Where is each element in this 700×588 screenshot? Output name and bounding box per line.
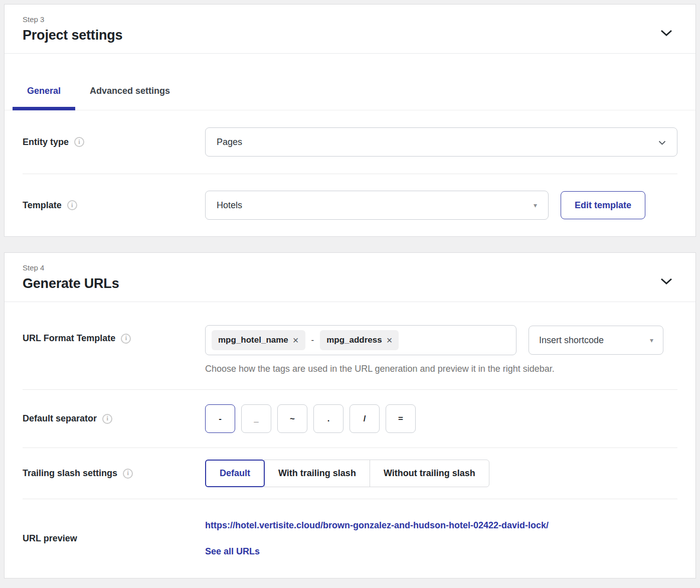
- chevron-down-icon: [660, 31, 672, 38]
- preview-url-link[interactable]: https://hotel.vertisite.cloud/brown-gonz…: [205, 520, 549, 531]
- info-icon[interactable]: i: [123, 469, 133, 479]
- chevron-down-icon: [660, 279, 672, 286]
- entity-type-row: Entity type i Pages: [23, 110, 677, 174]
- generate-urls-header: Step 4 Generate URLs: [5, 253, 695, 302]
- entity-type-value: Pages: [217, 137, 658, 148]
- tab-advanced-settings[interactable]: Advanced settings: [75, 76, 185, 110]
- separator-option-slash[interactable]: /: [349, 404, 380, 433]
- settings-tabs: General Advanced settings: [5, 76, 695, 110]
- edit-template-button[interactable]: Edit template: [561, 191, 645, 219]
- collapse-section-button[interactable]: [658, 276, 674, 287]
- tag-chip-label: mpg_hotel_name: [218, 335, 288, 345]
- separator-options: - _ ~ . / =: [205, 404, 416, 433]
- template-value: Hotels: [217, 200, 534, 211]
- page-title: Project settings: [23, 28, 677, 43]
- chevron-down-icon: [658, 137, 666, 148]
- trailing-slash-options: Default With trailing slash Without trai…: [205, 460, 489, 487]
- info-icon[interactable]: i: [67, 200, 77, 210]
- template-label: Template: [23, 200, 62, 211]
- template-label-group: Template i: [23, 200, 205, 211]
- url-preview-label: URL preview: [23, 533, 77, 544]
- separator-option-underscore[interactable]: _: [241, 404, 271, 433]
- trailing-slash-label-group: Trailing slash settings i: [23, 468, 205, 479]
- url-format-label-group: URL Format Template i: [23, 325, 205, 344]
- separator-option-dot[interactable]: .: [313, 404, 343, 433]
- trailing-slash-option-default[interactable]: Default: [205, 460, 265, 487]
- info-icon[interactable]: i: [102, 414, 112, 424]
- page-title: Generate URLs: [23, 276, 677, 291]
- url-format-row: URL Format Template i mpg_hotel_name × -…: [23, 302, 677, 389]
- tag-chip: mpg_hotel_name ×: [212, 330, 305, 350]
- url-preview-row: URL preview https://hotel.vertisite.clou…: [23, 499, 677, 578]
- trailing-slash-row: Trailing slash settings i Default With t…: [23, 448, 677, 499]
- url-format-fields: mpg_hotel_name × - mpg_address × Insert …: [205, 325, 677, 374]
- triangle-down-icon: ▾: [534, 202, 537, 209]
- step-label: Step 4: [23, 263, 677, 272]
- entity-type-label: Entity type: [23, 137, 69, 148]
- trailing-slash-option-with[interactable]: With trailing slash: [264, 460, 370, 487]
- tag-chip: mpg_address ×: [320, 330, 399, 350]
- separator-option-hyphen[interactable]: -: [205, 404, 235, 433]
- insert-shortcode-dropdown[interactable]: Insert shortcode ▾: [529, 326, 663, 355]
- trailing-slash-option-without[interactable]: Without trailing slash: [370, 460, 489, 487]
- tab-general[interactable]: General: [13, 76, 75, 110]
- url-preview-label-group: URL preview: [23, 533, 205, 544]
- project-settings-header: Step 3 Project settings: [5, 5, 695, 54]
- separator-option-equals[interactable]: =: [386, 404, 416, 433]
- remove-tag-icon[interactable]: ×: [293, 335, 299, 345]
- default-separator-row: Default separator i - _ ~ . / =: [23, 390, 677, 448]
- see-all-urls-link[interactable]: See all URLs: [205, 546, 549, 557]
- info-icon[interactable]: i: [74, 137, 84, 147]
- default-separator-label-group: Default separator i: [23, 413, 205, 424]
- url-format-label: URL Format Template: [23, 333, 115, 344]
- project-settings-card: Step 3 Project settings General Advanced…: [4, 4, 696, 237]
- tag-chip-label: mpg_address: [326, 335, 382, 345]
- collapse-section-button[interactable]: [658, 28, 674, 39]
- generate-urls-card: Step 4 Generate URLs URL Format Template…: [4, 252, 696, 578]
- step-label: Step 3: [23, 15, 677, 24]
- separator-option-tilde[interactable]: ~: [277, 404, 307, 433]
- triangle-down-icon: ▾: [650, 337, 653, 344]
- default-separator-label: Default separator: [23, 413, 97, 424]
- entity-type-select[interactable]: Pages: [205, 127, 677, 157]
- insert-shortcode-label: Insert shortcode: [539, 335, 604, 346]
- url-format-help-text: Choose how the tags are used in the URL …: [205, 364, 677, 374]
- trailing-slash-label: Trailing slash settings: [23, 468, 117, 479]
- tag-separator-text: -: [311, 335, 314, 345]
- entity-type-label-group: Entity type i: [23, 137, 205, 148]
- template-select[interactable]: Hotels ▾: [205, 191, 549, 220]
- url-format-input[interactable]: mpg_hotel_name × - mpg_address ×: [205, 325, 516, 355]
- url-format-controls: mpg_hotel_name × - mpg_address × Insert …: [205, 325, 677, 355]
- url-preview-links: https://hotel.vertisite.cloud/brown-gonz…: [205, 520, 549, 557]
- remove-tag-icon[interactable]: ×: [387, 335, 393, 345]
- info-icon[interactable]: i: [121, 334, 131, 344]
- template-row: Template i Hotels ▾ Edit template: [23, 174, 677, 236]
